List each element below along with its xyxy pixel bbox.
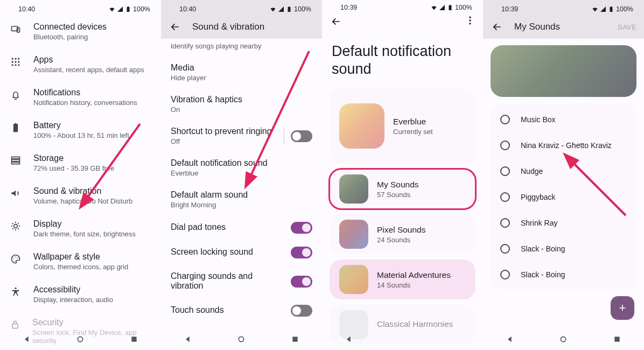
radio-row[interactable]: Nudge <box>491 158 636 184</box>
sound-settings-list[interactable]: Identify songs playing nearby MediaHide … <box>161 39 322 350</box>
row-charging-sounds[interactable]: Charging sounds and vibration <box>161 265 322 298</box>
radio-label: Slack - Boing <box>521 270 565 279</box>
nav-back[interactable] <box>22 334 32 344</box>
radio-row[interactable]: Slack - Boing <box>491 262 636 288</box>
svg-point-26 <box>15 288 16 289</box>
switch-touch[interactable] <box>291 305 312 317</box>
switch-shortcut[interactable] <box>291 130 312 142</box>
row-screen-locking-sound[interactable]: Screen locking sound <box>161 240 322 265</box>
status-time: 10:40 <box>18 5 35 13</box>
row-apps[interactable]: AppsAssistant, recent apps, default apps <box>0 48 161 81</box>
radio-row[interactable]: Music Box <box>491 107 636 132</box>
radio-row[interactable]: Piggyback <box>491 184 636 210</box>
status-time: 10:39 <box>501 5 518 13</box>
switch-dialpad[interactable] <box>291 222 312 234</box>
row-media[interactable]: MediaHide player <box>161 57 322 88</box>
status-battery: 100% <box>294 5 311 13</box>
screen-sound-vibration: 10:40 100% Sound & vibration Identify so… <box>161 0 322 350</box>
svg-point-8 <box>12 64 13 66</box>
status-bar: 10:39 100% <box>483 0 644 15</box>
row-connected-devices[interactable]: Connected devicesBluetooth, pairing <box>0 15 161 48</box>
radio-label: Music Box <box>521 115 556 124</box>
settings-list[interactable]: Connected devicesBluetooth, pairing Apps… <box>0 15 161 350</box>
radio-icon[interactable] <box>500 244 510 254</box>
switch-charging[interactable] <box>291 276 312 288</box>
row-display[interactable]: DisplayDark theme, font size, brightness <box>0 212 161 245</box>
nav-recent[interactable] <box>129 334 139 344</box>
app-bar: My Sounds SAVE <box>483 15 644 39</box>
radio-icon[interactable] <box>500 192 510 202</box>
card-pixel-sounds[interactable]: Pixel Sounds24 Sounds <box>330 214 475 254</box>
battery-icon <box>10 121 22 133</box>
radio-icon[interactable] <box>500 218 510 228</box>
card-everblue[interactable]: EverblueCurrently set <box>330 88 475 164</box>
status-right: 100% <box>109 5 150 13</box>
radio-icon[interactable] <box>500 141 510 150</box>
nav-recent[interactable] <box>290 334 300 344</box>
fab-add-sound[interactable]: + <box>611 296 634 320</box>
nav-back[interactable] <box>183 334 193 344</box>
svg-point-14 <box>14 225 18 228</box>
row-title: Connected devices <box>33 22 107 32</box>
battery-icon <box>447 4 453 11</box>
brightness-icon <box>10 219 22 232</box>
card-title: Everblue <box>393 117 433 127</box>
save-button[interactable]: SAVE <box>618 23 636 31</box>
status-battery: 100% <box>616 5 633 13</box>
row-default-notification-sound[interactable]: Default notification soundEverblue <box>161 152 322 184</box>
card-material-adventures[interactable]: Material Adventures14 Sounds <box>330 260 475 299</box>
radio-icon[interactable] <box>500 115 510 124</box>
radio-row[interactable]: Slack - Boing <box>491 236 636 262</box>
row-notifications[interactable]: NotificationsNotification history, conve… <box>0 81 161 114</box>
nav-home[interactable] <box>75 334 85 344</box>
svg-point-4 <box>18 58 19 60</box>
signal-icon <box>600 6 606 12</box>
status-right: 100% <box>431 4 472 11</box>
header-image <box>491 45 636 97</box>
svg-point-29 <box>78 337 83 341</box>
nav-home[interactable] <box>558 334 568 344</box>
row-wallpaper[interactable]: Wallpaper & styleColors, themed icons, a… <box>0 245 161 278</box>
nav-back[interactable] <box>505 334 515 344</box>
row-title: Screen locking sound <box>171 247 284 257</box>
screen-settings-main: 10:40 100% Connected devicesBluetooth, p… <box>0 0 161 350</box>
switch-screenlock[interactable] <box>291 247 312 258</box>
row-dial-pad-tones[interactable]: Dial pad tones <box>161 215 322 240</box>
back-button[interactable] <box>330 15 342 28</box>
radio-icon[interactable] <box>500 166 510 176</box>
row-shortcut-prevent-ringing[interactable]: Shortcut to prevent ringingOff <box>161 120 322 152</box>
radio-label: Nudge <box>521 167 543 176</box>
back-button[interactable] <box>491 20 503 33</box>
radio-label: Slack - Boing <box>521 244 565 253</box>
status-battery: 100% <box>133 5 150 13</box>
card-my-sounds[interactable]: My Sounds57 Sounds <box>330 169 475 209</box>
radio-row[interactable]: Shrink Ray <box>491 210 636 236</box>
back-button[interactable] <box>169 20 181 33</box>
nav-recent[interactable] <box>612 334 622 344</box>
row-storage[interactable]: Storage72% used - 35.39 GB free <box>0 146 161 179</box>
screen-my-sounds: 10:39 100% My Sounds SAVE Music Box Nina… <box>483 0 644 350</box>
svg-point-34 <box>469 16 471 18</box>
row-sound-vibration[interactable]: Sound & vibrationVolume, haptics, Do Not… <box>0 179 161 212</box>
nav-bar <box>161 328 322 350</box>
wifi-icon <box>270 6 276 12</box>
nav-home[interactable] <box>236 334 246 344</box>
more-button[interactable] <box>465 15 475 28</box>
nav-back[interactable] <box>344 334 354 344</box>
row-vibration-haptics[interactable]: Vibration & hapticsOn <box>161 88 322 120</box>
row-now-playing[interactable]: Identify songs playing nearby <box>161 39 322 57</box>
row-touch-sounds[interactable]: Touch sounds <box>161 298 322 323</box>
svg-point-10 <box>18 64 19 66</box>
apps-icon <box>10 55 22 67</box>
row-battery[interactable]: Battery100% - About 13 hr, 51 min left <box>0 114 161 146</box>
sound-radio-list[interactable]: Music Box Nina Kraviz - Ghetto Kraviz Nu… <box>491 104 636 290</box>
row-accessibility[interactable]: AccessibilityDisplay, interaction, audio <box>0 278 161 311</box>
svg-point-7 <box>18 61 19 62</box>
nav-home[interactable] <box>397 334 407 344</box>
radio-icon[interactable] <box>500 270 510 279</box>
row-sub: Display, interaction, audio <box>33 296 113 304</box>
radio-row[interactable]: Nina Kraviz - Ghetto Kraviz <box>491 132 636 158</box>
row-default-alarm-sound[interactable]: Default alarm soundBright Morning <box>161 184 322 215</box>
row-sub: Bright Morning <box>171 201 312 209</box>
nav-recent[interactable] <box>451 334 461 344</box>
